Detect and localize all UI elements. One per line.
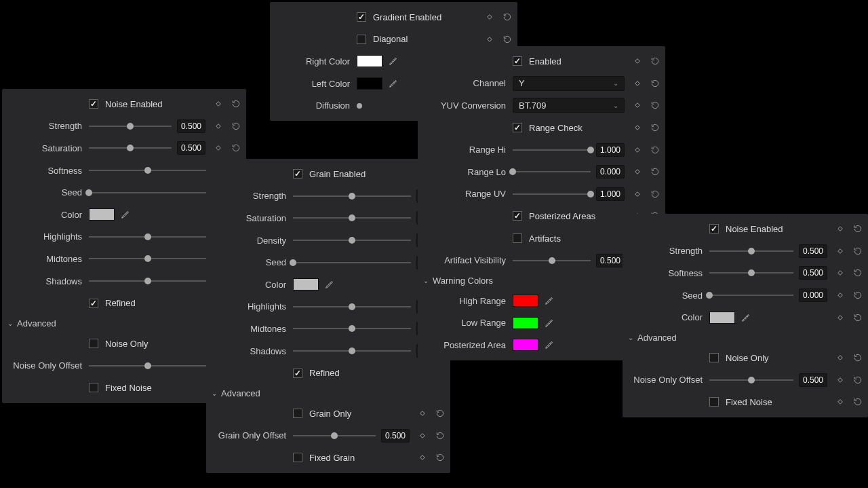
reset-icon[interactable] bbox=[231, 143, 241, 153]
midtones-slider[interactable] bbox=[293, 328, 411, 329]
seed-slider[interactable] bbox=[89, 192, 207, 193]
keyframe-icon[interactable] bbox=[485, 35, 494, 44]
advanced-header[interactable]: ⌄ Advanced bbox=[623, 329, 868, 347]
softness-value[interactable]: 0.500 bbox=[799, 266, 827, 280]
color-swatch[interactable] bbox=[89, 208, 115, 221]
artifact-vis-slider[interactable] bbox=[513, 260, 591, 261]
grain-only-offset-value[interactable]: 0.500 bbox=[381, 429, 410, 443]
highlights-slider[interactable] bbox=[89, 236, 207, 238]
range-lo-value[interactable]: 0.000 bbox=[596, 165, 625, 179]
diffusion-handle[interactable] bbox=[357, 103, 362, 109]
range-uv-slider[interactable] bbox=[513, 193, 591, 195]
noise-only-offset-value[interactable]: 0.500 bbox=[799, 373, 827, 387]
noise-only-offset-slider[interactable] bbox=[709, 379, 793, 381]
fixed-grain-checkbox[interactable] bbox=[293, 453, 302, 462]
noise-enabled-checkbox[interactable] bbox=[89, 99, 98, 109]
grain-only-offset-slider[interactable] bbox=[293, 435, 376, 436]
reset-icon[interactable] bbox=[435, 431, 445, 440]
keyframe-icon[interactable] bbox=[485, 12, 494, 22]
reset-icon[interactable] bbox=[853, 313, 863, 322]
reset-icon[interactable] bbox=[502, 35, 512, 44]
reset-icon[interactable] bbox=[435, 409, 445, 418]
reset-icon[interactable] bbox=[231, 121, 241, 131]
noise-only-checkbox[interactable] bbox=[709, 353, 719, 362]
strength-value[interactable]: 0.500 bbox=[177, 119, 205, 133]
reset-icon[interactable] bbox=[853, 224, 863, 233]
strength-slider[interactable] bbox=[89, 126, 172, 127]
range-hi-slider[interactable] bbox=[513, 149, 591, 151]
posterized-area-swatch[interactable] bbox=[513, 339, 538, 351]
keyframe-icon[interactable] bbox=[835, 397, 845, 407]
eyedropper-icon[interactable] bbox=[388, 56, 399, 67]
keyframe-icon[interactable] bbox=[835, 268, 845, 278]
reset-icon[interactable] bbox=[231, 99, 241, 109]
reset-icon[interactable] bbox=[853, 268, 863, 278]
fixed-noise-checkbox[interactable] bbox=[89, 383, 98, 392]
keyframe-icon[interactable] bbox=[835, 224, 845, 233]
noise-only-offset-slider[interactable] bbox=[89, 365, 207, 367]
keyframe-icon[interactable] bbox=[633, 56, 642, 66]
saturation-slider[interactable] bbox=[293, 217, 411, 219]
seed-value[interactable]: 0.000 bbox=[799, 288, 827, 302]
reset-icon[interactable] bbox=[650, 100, 660, 110]
keyframe-icon[interactable] bbox=[835, 246, 845, 256]
high-range-swatch[interactable] bbox=[513, 295, 538, 307]
saturation-slider[interactable] bbox=[89, 147, 172, 149]
saturation-value[interactable]: 0.500 bbox=[177, 141, 205, 155]
midtones-slider[interactable] bbox=[89, 258, 207, 259]
keyframe-icon[interactable] bbox=[633, 167, 642, 176]
reset-icon[interactable] bbox=[650, 123, 660, 132]
keyframe-icon[interactable] bbox=[633, 100, 642, 110]
keyframe-icon[interactable] bbox=[835, 375, 845, 385]
reset-icon[interactable] bbox=[650, 189, 660, 199]
color-swatch[interactable] bbox=[293, 278, 319, 290]
eyedropper-icon[interactable] bbox=[544, 318, 555, 329]
grain-enabled-checkbox[interactable] bbox=[293, 169, 302, 179]
range-check-checkbox[interactable] bbox=[513, 123, 522, 132]
noise-only-checkbox[interactable] bbox=[89, 339, 98, 348]
color-swatch[interactable] bbox=[709, 312, 735, 324]
reset-icon[interactable] bbox=[435, 453, 445, 462]
keyframe-icon[interactable] bbox=[835, 313, 845, 322]
keyframe-icon[interactable] bbox=[214, 99, 223, 109]
reset-icon[interactable] bbox=[650, 145, 660, 155]
keyframe-icon[interactable] bbox=[633, 123, 642, 132]
keyframe-icon[interactable] bbox=[835, 353, 845, 362]
reset-icon[interactable] bbox=[502, 12, 512, 22]
keyframe-icon[interactable] bbox=[214, 143, 223, 153]
eyedropper-icon[interactable] bbox=[120, 209, 131, 220]
refined-checkbox[interactable] bbox=[293, 369, 302, 378]
softness-slider[interactable] bbox=[89, 170, 207, 171]
shadows-slider[interactable] bbox=[89, 280, 207, 282]
density-slider[interactable] bbox=[293, 240, 411, 241]
left-color-swatch[interactable] bbox=[357, 77, 382, 90]
softness-slider[interactable] bbox=[709, 272, 793, 274]
seed-slider[interactable] bbox=[709, 295, 793, 296]
eyedropper-icon[interactable] bbox=[324, 279, 335, 290]
reset-icon[interactable] bbox=[853, 353, 863, 362]
gradient-enabled-checkbox[interactable] bbox=[357, 12, 366, 22]
enabled-checkbox[interactable] bbox=[513, 56, 522, 66]
reset-icon[interactable] bbox=[650, 56, 660, 66]
artifacts-checkbox[interactable] bbox=[513, 233, 522, 243]
keyframe-icon[interactable] bbox=[418, 453, 427, 462]
refined-checkbox[interactable] bbox=[89, 299, 98, 308]
reset-icon[interactable] bbox=[853, 397, 863, 407]
strength-slider[interactable] bbox=[293, 195, 411, 197]
eyedropper-icon[interactable] bbox=[544, 295, 555, 306]
strength-value[interactable]: 0.500 bbox=[799, 244, 827, 258]
diagonal-checkbox[interactable] bbox=[357, 35, 366, 44]
keyframe-icon[interactable] bbox=[633, 189, 642, 199]
strength-slider[interactable] bbox=[709, 250, 793, 252]
fixed-noise-checkbox[interactable] bbox=[709, 397, 719, 407]
shadows-slider[interactable] bbox=[293, 350, 411, 352]
noise-enabled-checkbox[interactable] bbox=[709, 224, 719, 233]
reset-icon[interactable] bbox=[853, 375, 863, 385]
keyframe-icon[interactable] bbox=[214, 121, 223, 131]
reset-icon[interactable] bbox=[650, 79, 660, 88]
keyframe-icon[interactable] bbox=[418, 409, 427, 418]
range-uv-value[interactable]: 1.000 bbox=[596, 187, 625, 201]
posterized-checkbox[interactable] bbox=[513, 211, 522, 221]
low-range-swatch[interactable] bbox=[513, 317, 538, 329]
eyedropper-icon[interactable] bbox=[388, 78, 399, 89]
